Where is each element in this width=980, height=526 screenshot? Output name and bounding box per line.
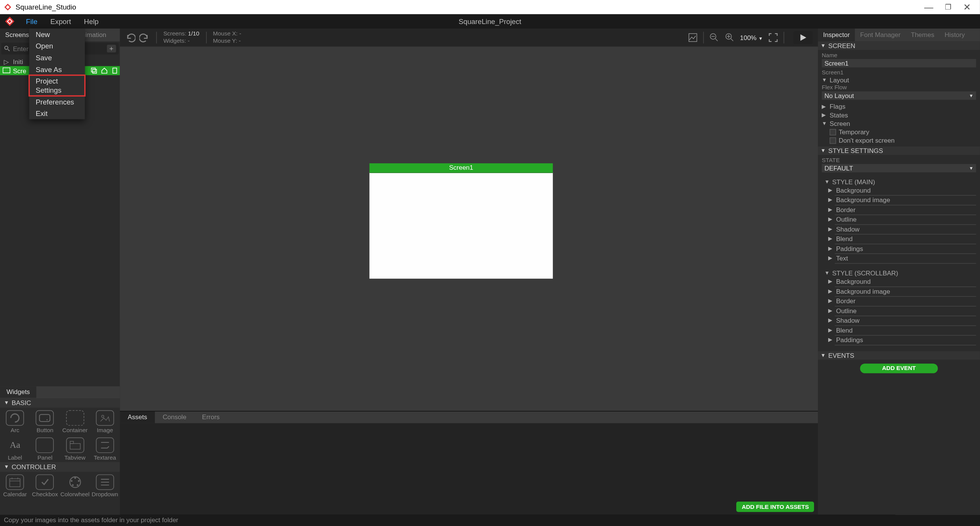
add-event-button[interactable]: ADD EVENT [860, 364, 938, 373]
svg-rect-7 [3, 68, 10, 73]
duplicate-icon[interactable] [90, 67, 98, 74]
widgets-panel: ▼BASIC Arc Button Container Image AaLabe… [0, 398, 120, 515]
label-state: STATE [822, 157, 976, 163]
widget-label[interactable]: AaLabel [0, 435, 30, 462]
tab-widgets[interactable]: Widgets [0, 386, 36, 398]
canvas-area[interactable]: Screen1 [120, 47, 818, 411]
section-basic[interactable]: ▼BASIC [0, 398, 120, 407]
maximize-button[interactable]: ❐ [945, 3, 951, 11]
tab-history[interactable]: History [940, 29, 970, 42]
style-main-text[interactable]: ▶Text [822, 254, 976, 263]
style-main-background-image[interactable]: ▶Background image [822, 196, 976, 205]
label-name: Name [822, 52, 976, 58]
menu-preferences[interactable]: Preferences [29, 96, 85, 108]
file-menu-dropdown: New Open Save Save As Project Settings P… [29, 29, 85, 119]
menu-save[interactable]: Save [29, 52, 85, 64]
select-state[interactable]: DEFAULT▼ [822, 164, 976, 172]
widget-checkbox[interactable]: Checkbox [30, 472, 60, 499]
style-main-paddings[interactable]: ▶Paddings [822, 245, 976, 254]
section-style-settings[interactable]: ▼STYLE SETTINGS [818, 146, 980, 155]
tab-font-manager[interactable]: Font Manager [855, 29, 906, 42]
tab-inspector[interactable]: Inspector [818, 29, 855, 42]
add-screen-button[interactable]: + [107, 45, 116, 52]
section-screen[interactable]: ▼SCREEN [818, 42, 980, 50]
menu-file[interactable]: File [19, 14, 44, 28]
widget-tabview[interactable]: Tabview [60, 435, 90, 462]
assets-panel: ADD FILE INTO ASSETS [120, 423, 818, 515]
section-controller[interactable]: ▼CONTROLLER [0, 462, 120, 471]
widget-container[interactable]: Container [60, 408, 90, 435]
app-icon [4, 3, 11, 11]
add-file-to-assets-button[interactable]: ADD FILE INTO ASSETS [737, 502, 814, 512]
svg-line-6 [8, 50, 10, 51]
section-events[interactable]: ▼EVENTS [818, 351, 980, 360]
tab-console[interactable]: Console [155, 412, 194, 423]
redo-button[interactable] [139, 32, 150, 43]
zoom-in-button[interactable] [724, 32, 735, 43]
style-scroll-blend[interactable]: ▶Blend [822, 326, 976, 335]
svg-rect-15 [70, 441, 73, 444]
image-tool-icon[interactable] [687, 32, 698, 43]
zoom-out-button[interactable] [709, 32, 719, 43]
svg-point-22 [77, 480, 79, 482]
play-icon: ▷ [3, 58, 10, 65]
row-states[interactable]: ▶States [822, 111, 976, 119]
row-flags[interactable]: ▶Flags [822, 102, 976, 111]
menu-exit[interactable]: Exit [29, 108, 85, 119]
style-main-shadow[interactable]: ▶Shadow [822, 225, 976, 234]
menu-export[interactable]: Export [44, 14, 77, 28]
row-screen-sub[interactable]: ▼Screen [822, 119, 976, 128]
copy-icon[interactable] [111, 67, 119, 74]
style-scroll-background-image[interactable]: ▶Background image [822, 287, 976, 296]
tree-label-screen1: Scre [13, 67, 26, 74]
close-button[interactable]: ✕ [963, 2, 971, 12]
menu-project-settings[interactable]: Project Settings [29, 75, 85, 96]
menu-open[interactable]: Open [29, 40, 85, 52]
select-flex-flow[interactable]: No Layout▼ [822, 92, 976, 100]
row-style-scrollbar[interactable]: ▼STYLE (SCROLLBAR) [822, 269, 976, 277]
menu-new[interactable]: New [29, 29, 85, 40]
widget-button[interactable]: Button [30, 408, 60, 435]
home-icon[interactable] [100, 67, 108, 74]
zoom-level[interactable]: 100% ▼ [740, 34, 763, 41]
fullscreen-button[interactable] [768, 32, 778, 43]
svg-point-24 [72, 484, 74, 486]
tab-assets[interactable]: Assets [120, 412, 155, 423]
minimize-button[interactable]: — [924, 2, 933, 12]
style-scroll-outline[interactable]: ▶Outline [822, 307, 976, 316]
tab-themes[interactable]: Themes [906, 29, 940, 42]
svg-line-36 [731, 39, 733, 41]
style-main-border[interactable]: ▶Border [822, 206, 976, 215]
widget-colorwheel[interactable]: Colorwheel [60, 472, 90, 499]
menu-help[interactable]: Help [77, 14, 105, 28]
statusbar: Copy your images into the assets folder … [0, 515, 980, 526]
row-style-main[interactable]: ▼STYLE (MAIN) [822, 178, 976, 186]
play-button[interactable] [793, 31, 813, 44]
svg-point-13 [101, 415, 104, 417]
widget-dropdown[interactable]: Dropdown [90, 472, 120, 499]
check-temporary[interactable]: Temporary [822, 128, 976, 136]
menubar: File Export Help SquareLine_Project [0, 14, 980, 28]
widget-panel[interactable]: Panel [30, 435, 60, 462]
style-main-blend[interactable]: ▶Blend [822, 235, 976, 244]
style-scroll-background[interactable]: ▶Background [822, 277, 976, 286]
style-scroll-border[interactable]: ▶Border [822, 297, 976, 306]
widget-arc[interactable]: Arc [0, 408, 30, 435]
style-main-outline[interactable]: ▶Outline [822, 215, 976, 224]
tree-label-initial: Initi [13, 58, 23, 65]
check-dont-export[interactable]: Don't export screen [822, 136, 976, 145]
svg-rect-10 [113, 68, 117, 73]
widget-calendar[interactable]: Calendar [0, 472, 30, 499]
canvas-screen[interactable]: Screen1 [369, 163, 553, 278]
widget-image[interactable]: Image [90, 408, 120, 435]
style-scroll-shadow[interactable]: ▶Shadow [822, 316, 976, 325]
menu-save-as[interactable]: Save As [29, 64, 85, 76]
tab-errors[interactable]: Errors [194, 412, 227, 423]
input-name[interactable]: Screen1 [822, 59, 976, 68]
undo-button[interactable] [125, 32, 135, 43]
widget-textarea[interactable]: Textarea [90, 435, 120, 462]
style-scroll-paddings[interactable]: ▶Paddings [822, 336, 976, 345]
row-layout[interactable]: ▼Layout [822, 76, 976, 84]
canvas-screen-body[interactable] [369, 172, 553, 279]
style-main-background[interactable]: ▶Background [822, 186, 976, 195]
